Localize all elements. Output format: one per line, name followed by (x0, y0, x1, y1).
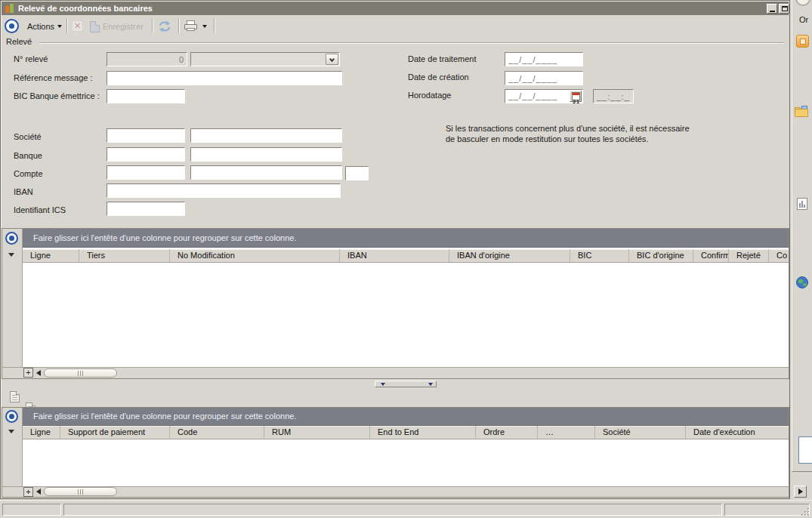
grid1-add-row-button[interactable]: + (23, 368, 33, 378)
orders-icon-inner (800, 39, 806, 45)
refresh-icon (158, 20, 171, 32)
grid2-scroll-row (2, 486, 789, 497)
grid1-col-iban[interactable]: IBAN (340, 249, 449, 263)
grid2-header-row: Ligne Support de paiement Code RUM End t… (23, 426, 789, 439)
dock-panel-circle-button[interactable] (795, 0, 810, 6)
grid1-col-co[interactable]: Co (769, 249, 789, 263)
new-document-button[interactable] (10, 391, 20, 402)
folder-icon[interactable] (795, 107, 809, 118)
splitter-arrow-icon (381, 383, 385, 386)
save-button[interactable]: Enregistrer (87, 19, 147, 34)
banque-name-input[interactable] (190, 147, 342, 162)
dock-panel-button[interactable] (798, 436, 812, 464)
grid1-col-bic[interactable]: BIC (570, 249, 629, 263)
target-roundel-icon[interactable] (5, 19, 19, 33)
grid2-target-roundel-icon[interactable] (5, 410, 18, 423)
dock-panel-label: Or (799, 15, 808, 24)
horodatage-label: Horodatage (408, 91, 452, 100)
print-dropdown-arrow[interactable] (202, 25, 207, 28)
grid2-col-ordre[interactable]: Ordre (476, 426, 538, 439)
grid2-add-row-button[interactable]: + (23, 487, 33, 497)
actions-label: Actions (27, 22, 54, 31)
grid2-col-rum[interactable]: RUM (264, 426, 370, 439)
calendar-button[interactable]: 31 (570, 91, 582, 102)
societe-label: Société (14, 132, 42, 141)
window-icon (5, 3, 15, 14)
grid2-groupby-bar[interactable]: Faire glisser ici l'entête d'une colonne… (23, 408, 789, 426)
grid1-col-no-modification[interactable]: No Modification (170, 249, 340, 263)
resize-grip[interactable] (800, 507, 810, 517)
calendar-icon: 31 (572, 92, 580, 100)
date-creation-label: Date de création (408, 72, 469, 82)
group-divider (39, 42, 784, 44)
grid1-hscrollbar-thumb[interactable] (44, 368, 117, 378)
minimize-button[interactable] (767, 4, 777, 14)
grid1-col-tiers[interactable]: Tiers (79, 249, 170, 263)
grid2-col-date-execution[interactable]: Date d'exécution (686, 426, 789, 439)
grid2-col-support-paiement[interactable]: Support de paiement (60, 426, 170, 439)
combobox-dropdown-button[interactable] (326, 54, 338, 65)
grid1-col-rejete[interactable]: Rejeté (729, 249, 769, 263)
orders-icon[interactable] (796, 35, 809, 48)
ics-label: Identifiant ICS (14, 205, 66, 214)
scroll-right-button[interactable] (794, 486, 807, 498)
grid2-column-chooser-arrow[interactable] (8, 430, 14, 433)
num-releve-input[interactable] (107, 52, 187, 66)
grid1-col-confirme[interactable]: Confirmé (693, 249, 729, 263)
chevron-down-icon (57, 25, 62, 28)
horodatage-date-input[interactable]: __/__/____ 31 (505, 89, 583, 103)
horodatage-time-input[interactable] (593, 89, 634, 103)
grid2-col-code[interactable]: Code (170, 426, 264, 439)
grid1-col-ligne[interactable]: Ligne (23, 249, 79, 263)
grid1-col-bic-origine[interactable]: BIC d'origine (629, 249, 693, 263)
grid1-column-chooser-arrow[interactable] (8, 253, 14, 257)
grid1-scroll-left-icon[interactable] (36, 370, 41, 376)
folder-body (795, 109, 808, 117)
grid1-col-iban-origine[interactable]: IBAN d'origine (449, 249, 570, 263)
reference-input[interactable] (107, 71, 342, 85)
bic-emettrice-label: BIC Banque émettrice : (14, 91, 100, 100)
grid2-col-societe[interactable]: Société (595, 426, 686, 439)
globe-icon[interactable] (796, 276, 808, 288)
multi-company-note-line2: de basculer en mode restitution sur tout… (446, 134, 648, 144)
refresh-button[interactable] (158, 20, 171, 32)
minimize-icon (770, 11, 775, 12)
banque-code-input[interactable] (107, 147, 185, 162)
grid2-col-ellipsis[interactable]: … (538, 426, 595, 439)
date-creation-input[interactable] (505, 71, 583, 85)
num-releve-combobox[interactable] (190, 52, 340, 66)
societe-code-input[interactable] (107, 128, 185, 143)
bar (799, 203, 801, 208)
toolbar-separator (178, 18, 180, 33)
grid1-groupby-bar[interactable]: Faire glisser ici l'entête d'une colonne… (23, 229, 789, 248)
date-traitement-input[interactable] (505, 52, 583, 66)
window-icon-orange-bar (5, 6, 9, 13)
actions-button[interactable]: Actions (24, 19, 65, 34)
ics-input[interactable] (107, 202, 185, 216)
grid2-scroll-left-icon[interactable] (36, 489, 41, 495)
grid2-hscrollbar-thumb[interactable] (44, 487, 117, 496)
maximize-button[interactable] (779, 4, 789, 14)
roundel-dot (9, 236, 14, 241)
print-button[interactable] (184, 20, 198, 32)
delete-button[interactable]: ✕ (72, 20, 83, 32)
grid2-col-ligne[interactable]: Ligne (23, 426, 60, 439)
grid1-header-row: Ligne Tiers No Modification IBAN IBAN d'… (23, 249, 789, 263)
window-icon-green-bar (10, 4, 14, 13)
bar (804, 205, 805, 208)
compte-code-input[interactable] (107, 165, 185, 180)
grid2-col-end-to-end[interactable]: End to End (370, 426, 476, 439)
splitter-handle[interactable] (375, 381, 437, 387)
globe-land (798, 279, 803, 283)
grid1-target-roundel-icon[interactable] (5, 232, 18, 245)
calendar-icon-day: 31 (573, 95, 579, 108)
window-titlebar[interactable]: Relevé de coordonnées bancaires (2, 2, 789, 15)
compte-name-input[interactable] (190, 165, 342, 180)
bic-emettrice-input[interactable] (107, 89, 185, 103)
iban-input[interactable] (107, 183, 341, 198)
societe-name-input[interactable] (190, 128, 342, 143)
compte-extra-input[interactable] (345, 166, 369, 180)
report-icon[interactable] (797, 198, 807, 210)
toolbar-separator (214, 18, 215, 33)
bar (801, 201, 803, 208)
